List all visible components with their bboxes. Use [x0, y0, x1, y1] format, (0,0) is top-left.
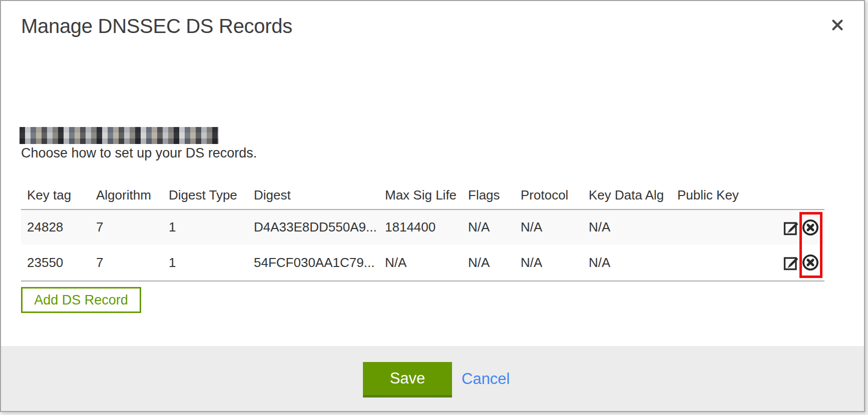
cell-public-key	[671, 244, 778, 281]
circled-x-icon	[801, 218, 819, 236]
column-header-algorithm: Algorithm	[90, 181, 163, 210]
cell-flags: N/A	[462, 244, 515, 281]
cell-algorithm: 7	[90, 210, 163, 244]
edit-icon	[782, 254, 800, 272]
cell-protocol: N/A	[515, 210, 583, 244]
edit-icon	[782, 218, 800, 236]
cell-key-tag: 24828	[21, 210, 90, 244]
column-header-digest: Digest	[248, 181, 379, 210]
cell-public-key	[671, 210, 778, 244]
delete-record-button[interactable]	[801, 254, 819, 272]
save-button[interactable]: Save	[363, 362, 452, 398]
column-header-actions	[778, 181, 824, 210]
modal-footer: Save Cancel	[1, 346, 864, 411]
cell-digest-type: 1	[163, 244, 248, 281]
circled-x-icon	[801, 254, 819, 272]
cell-digest: 54FCF030AA1C79...	[248, 244, 379, 281]
close-icon	[830, 26, 845, 34]
edit-record-button[interactable]	[782, 254, 800, 272]
cell-algorithm: 7	[90, 244, 163, 281]
edit-record-button[interactable]	[782, 218, 800, 236]
column-header-flags: Flags	[462, 181, 515, 210]
cell-digest: D4A33E8DD550A9...	[248, 210, 379, 244]
cell-max-sig-life: 1814400	[379, 210, 462, 244]
manage-dnssec-modal: Manage DNSSEC DS Records Choose how to s…	[0, 0, 865, 412]
column-header-digest-type: Digest Type	[163, 181, 248, 210]
cell-key-tag: 23550	[21, 244, 90, 281]
table-header-row: Key tag Algorithm Digest Type Digest Max…	[21, 181, 824, 210]
setup-instruction-text: Choose how to set up your DS records.	[21, 146, 257, 161]
add-ds-record-button[interactable]: Add DS Record	[21, 287, 141, 313]
cell-key-data-alg: N/A	[583, 210, 671, 244]
page-title: Manage DNSSEC DS Records	[21, 15, 292, 38]
table-row: 23550 7 1 54FCF030AA1C79... N/A N/A N/A …	[21, 244, 824, 281]
column-header-key-data-alg: Key Data Alg	[583, 181, 671, 210]
column-header-public-key: Public Key	[671, 181, 778, 210]
cell-max-sig-life: N/A	[379, 244, 462, 281]
cell-actions	[778, 210, 824, 244]
column-header-protocol: Protocol	[515, 181, 583, 210]
cell-flags: N/A	[462, 210, 515, 244]
cell-protocol: N/A	[515, 244, 583, 281]
cell-digest-type: 1	[163, 210, 248, 244]
table-row: 24828 7 1 D4A33E8DD550A9... 1814400 N/A …	[21, 210, 824, 244]
domain-name-redacted	[20, 127, 219, 144]
ds-records-table: Key tag Algorithm Digest Type Digest Max…	[21, 181, 824, 282]
close-button[interactable]	[829, 17, 846, 34]
column-header-max-sig-life: Max Sig Life	[379, 181, 462, 210]
delete-record-button[interactable]	[801, 218, 819, 236]
column-header-key-tag: Key tag	[21, 181, 90, 210]
cell-key-data-alg: N/A	[583, 244, 671, 281]
cancel-link[interactable]: Cancel	[462, 370, 510, 388]
cell-actions	[778, 244, 824, 281]
